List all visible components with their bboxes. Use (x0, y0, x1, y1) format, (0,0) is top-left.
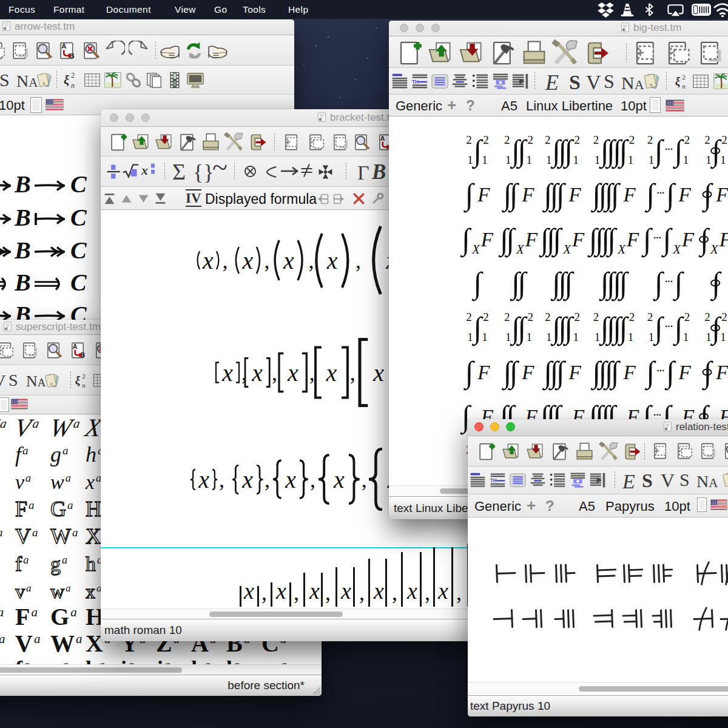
svg-text:2: 2 (682, 73, 686, 81)
svg-text:ξ: ξ (64, 73, 70, 87)
svg-text:ξ: ξ (675, 75, 681, 88)
svg-text:2: 2 (82, 372, 86, 380)
svg-text:2: 2 (71, 71, 75, 79)
svg-text:n: n (682, 83, 686, 90)
svg-text:TM: TM (623, 29, 626, 31)
svg-text:TM: TM (4, 27, 7, 30)
svg-text:ξ: ξ (75, 374, 81, 387)
svg-text:n: n (71, 81, 75, 89)
svg-text:TM: TM (5, 328, 8, 330)
svg-text:A: A (61, 42, 66, 50)
svg-text:TH: TH (412, 79, 419, 85)
svg-text:n: n (82, 382, 86, 389)
svg-text:TM: TM (320, 118, 323, 121)
svg-text:A: A (380, 135, 385, 142)
svg-text:TH: TH (490, 478, 497, 484)
svg-text:A: A (73, 343, 78, 350)
svg-text:x: x (141, 163, 148, 178)
svg-text:TM: TM (666, 428, 669, 430)
